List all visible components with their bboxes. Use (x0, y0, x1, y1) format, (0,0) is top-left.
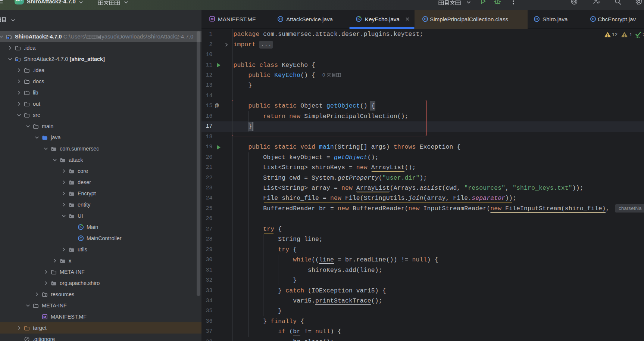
svg-text:M: M (211, 17, 214, 21)
svg-text:C: C (279, 17, 282, 21)
svg-text:C: C (535, 17, 538, 21)
svg-text:M: M (43, 315, 46, 319)
svg-text:C: C (79, 236, 82, 240)
svg-text:C: C (592, 17, 594, 21)
svg-text:C: C (424, 17, 426, 21)
